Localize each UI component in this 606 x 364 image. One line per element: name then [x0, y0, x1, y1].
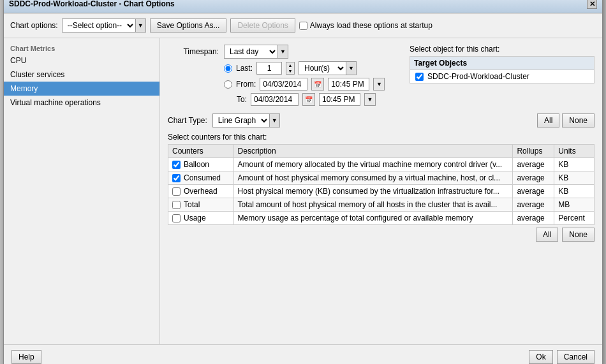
always-load-label: Always load these options at startup	[299, 21, 432, 30]
to-time-dropdown-button[interactable]: ▼	[364, 93, 376, 106]
chart-options-dropdown[interactable]: --Select option--	[63, 19, 135, 32]
chart-options-label: Chart options:	[10, 21, 58, 30]
chart-type-row: Chart Type: Line Graph Bar Graph Pie Cha…	[168, 113, 280, 127]
chart-type-select[interactable]: Line Graph Bar Graph Pie Chart	[213, 114, 269, 127]
top-section: Timespan: Last day Last hour Last week ▼	[168, 45, 595, 106]
counter-name-cell: Balloon	[168, 158, 234, 171]
main-content: Chart Metrics CPU Cluster services Memor…	[4, 38, 602, 344]
counter-name: Total	[184, 200, 200, 209]
counter-name-cell: Consumed	[168, 171, 234, 185]
counter-description: Amount of memory allocated by the virtua…	[233, 158, 513, 171]
to-label: To:	[237, 95, 247, 104]
ok-button[interactable]: Ok	[529, 350, 552, 364]
from-time-input[interactable]	[328, 78, 369, 91]
target-objects-header: Target Objects	[410, 57, 594, 70]
target-objects-section: Select object for this chart: Target Obj…	[410, 45, 595, 106]
chart-type-label: Chart Type:	[168, 116, 207, 125]
right-panel: Timespan: Last day Last hour Last week ▼	[160, 38, 602, 344]
sidebar-item-cpu[interactable]: CPU	[4, 54, 159, 68]
table-row: Balloon Amount of memory allocated by th…	[168, 158, 595, 171]
counter-checkbox[interactable]	[172, 201, 181, 209]
counter-units: KB	[554, 171, 595, 185]
counter-units: KB	[554, 158, 595, 171]
always-load-checkbox[interactable]	[299, 22, 307, 30]
counter-rollups: average	[513, 185, 554, 198]
close-icon: ✕	[589, 0, 595, 8]
counter-rollups: average	[513, 158, 554, 171]
from-radio[interactable]	[224, 80, 232, 89]
spinner-down-button[interactable]: ▼	[286, 68, 294, 74]
chart-type-section: Chart Type: Line Graph Bar Graph Pie Cha…	[168, 113, 595, 127]
from-label: From:	[236, 80, 256, 89]
counter-description: Amount of host physical memory consumed …	[233, 171, 513, 185]
to-time-input[interactable]	[319, 93, 360, 106]
help-button[interactable]: Help	[11, 350, 41, 364]
from-row: From: 📅 ▼	[224, 78, 402, 91]
col-counters: Counters	[168, 145, 234, 158]
counter-rollups: average	[513, 198, 554, 212]
counter-checkbox[interactable]	[172, 174, 181, 182]
sidebar: Chart Metrics CPU Cluster services Memor…	[4, 38, 160, 344]
last-radio[interactable]	[224, 64, 232, 73]
chart-options-select[interactable]: --Select option-- ▼	[62, 18, 146, 33]
to-row: To: 📅 ▼	[224, 93, 402, 106]
timespan-row: Timespan: Last day Last hour Last week ▼	[168, 45, 402, 59]
counter-units: Percent	[554, 212, 595, 225]
target-object-label: SDDC-Prod-Workload-Cluster	[427, 72, 529, 81]
counter-checkbox[interactable]	[172, 161, 181, 169]
sidebar-item-memory[interactable]: Memory	[4, 82, 159, 96]
timespan-select[interactable]: Last day Last hour Last week	[225, 45, 277, 58]
counter-rollups: average	[513, 171, 554, 185]
table-row: Usage Memory usage as percentage of tota…	[168, 212, 595, 225]
last-row: Last: ▲ ▼ Hour(s) Day(s) Week(s)	[224, 61, 402, 75]
target-object-item: SDDC-Prod-Workload-Cluster	[410, 70, 594, 83]
chart-type-select-wrapper[interactable]: Line Graph Bar Graph Pie Chart ▼	[212, 113, 280, 127]
target-object-checkbox[interactable]	[415, 73, 424, 81]
chart-type-all-button[interactable]: All	[537, 113, 559, 127]
sidebar-section-label: Chart Metrics	[4, 42, 159, 54]
counter-description: Memory usage as percentage of total conf…	[233, 212, 513, 225]
sidebar-item-vm-operations[interactable]: Virtual machine operations	[4, 96, 159, 110]
chevron-down-icon: ▼	[277, 45, 288, 58]
timespan-select-wrapper[interactable]: Last day Last hour Last week ▼	[224, 45, 288, 59]
chart-type-all-none: All None	[537, 113, 595, 127]
from-date-picker-button[interactable]: 📅	[311, 78, 324, 91]
spinner-up-button[interactable]: ▲	[286, 62, 294, 68]
counter-units: KB	[554, 185, 595, 198]
from-date-input[interactable]	[260, 78, 307, 91]
timespan-label: Timespan:	[168, 47, 219, 56]
chart-type-none-button[interactable]: None	[562, 113, 595, 127]
from-time-dropdown-button[interactable]: ▼	[373, 78, 385, 91]
counters-none-button[interactable]: None	[562, 228, 595, 242]
counter-description: Total amount of host physical memory of …	[233, 198, 513, 212]
table-row: Total Total amount of host physical memo…	[168, 198, 595, 212]
counters-table: Counters Description Rollups Units Ballo…	[168, 144, 595, 225]
counter-checkbox[interactable]	[172, 214, 181, 222]
counter-units: MB	[554, 198, 595, 212]
counter-checkbox[interactable]	[172, 187, 181, 196]
counter-name: Usage	[184, 214, 206, 222]
sidebar-item-cluster-services[interactable]: Cluster services	[4, 68, 159, 82]
counters-all-button[interactable]: All	[536, 228, 558, 242]
target-objects-box: Target Objects SDDC-Prod-Workload-Cluste…	[410, 56, 595, 84]
delete-options-button[interactable]: Delete Options	[230, 18, 295, 33]
select-object-label: Select object for this chart:	[410, 45, 595, 54]
hours-select[interactable]: Hour(s) Day(s) Week(s)	[299, 62, 346, 75]
counter-name: Balloon	[184, 160, 209, 169]
counter-name-cell: Total	[168, 198, 234, 212]
close-button[interactable]: ✕	[587, 0, 597, 9]
footer-right-buttons: Ok Cancel	[529, 350, 595, 364]
counter-description: Host physical memory (KB) consumed by th…	[233, 185, 513, 198]
toolbar: Chart options: --Select option-- ▼ Save …	[4, 13, 602, 38]
table-row: Consumed Amount of host physical memory …	[168, 171, 595, 185]
cancel-button[interactable]: Cancel	[557, 350, 595, 364]
hours-select-wrapper[interactable]: Hour(s) Day(s) Week(s) ▼	[299, 61, 357, 75]
chevron-down-icon: ▼	[135, 19, 145, 32]
counters-section: Select counters for this chart: Counters…	[168, 133, 595, 242]
save-options-button[interactable]: Save Options As...	[150, 18, 227, 33]
counter-name-cell: Overhead	[168, 185, 234, 198]
to-date-input[interactable]	[251, 93, 299, 106]
last-value-input[interactable]	[256, 62, 282, 75]
to-date-picker-button[interactable]: 📅	[302, 93, 315, 106]
timespan-section: Timespan: Last day Last hour Last week ▼	[168, 45, 402, 106]
